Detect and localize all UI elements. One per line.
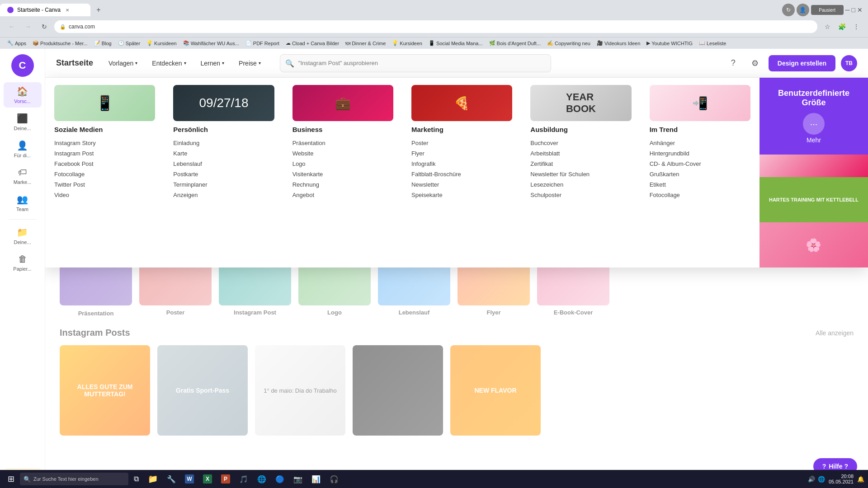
megamenu-poster[interactable]: Poster bbox=[411, 138, 512, 148]
settings-btn[interactable]: ⚙ bbox=[747, 55, 763, 71]
megamenu-faltblatt[interactable]: Faltblatt-Broschüre bbox=[411, 169, 512, 179]
forward-btn[interactable]: → bbox=[22, 20, 34, 33]
taskbar-excel[interactable]: X bbox=[199, 472, 216, 486]
extensions-btn[interactable]: 🧩 bbox=[835, 20, 848, 33]
taskbar-music[interactable]: 🎵 bbox=[236, 472, 252, 486]
bookmark-kursideen2[interactable]: 💡 Kursideen bbox=[390, 39, 424, 47]
megamenu-schulposter[interactable]: Schulposter bbox=[530, 190, 631, 200]
megamenu-karte[interactable]: Karte bbox=[173, 148, 274, 159]
megamenu-buchcover[interactable]: Buchcover bbox=[530, 138, 631, 148]
bookmark-apps[interactable]: 🔧 Apps bbox=[5, 39, 28, 47]
sidebar-item-designs[interactable]: ⬛ Deine... bbox=[4, 109, 42, 135]
bookmark-pdfreport[interactable]: 📄 PDF Report bbox=[244, 39, 281, 47]
taskbar-spotify[interactable]: 🎧 bbox=[326, 472, 342, 486]
megamenu-arbeitsblatt[interactable]: Arbeitsblatt bbox=[530, 148, 631, 159]
design-erstellen-btn[interactable]: Design erstellen bbox=[769, 55, 835, 71]
taskbar-chrome[interactable]: 🔵 bbox=[272, 472, 288, 486]
taskbar-search-box[interactable]: 🔍 Zur Suche Text hier eingeben bbox=[20, 473, 128, 485]
soziale-medien-heading[interactable]: Soziale Medien bbox=[54, 126, 155, 133]
taskbar-word[interactable]: W bbox=[181, 472, 198, 486]
megamenu-anhaenger[interactable]: Anhänger bbox=[650, 138, 750, 148]
megamenu-instagram-story[interactable]: Instagram Story bbox=[54, 138, 155, 148]
bookmark-youtube[interactable]: ▶ Youtube WICHTIG bbox=[645, 39, 694, 47]
megamenu-anzeigen[interactable]: Anzeigen bbox=[173, 190, 274, 200]
sidebar-item-fuer-dich[interactable]: 👤 Für di... bbox=[4, 136, 42, 162]
sidebar-item-projekte[interactable]: 📁 Deine... bbox=[4, 223, 42, 249]
megamenu-einladung[interactable]: Einladung bbox=[173, 138, 274, 148]
ausbildung-heading[interactable]: Ausbildung bbox=[530, 126, 631, 133]
megamenu-newsletter[interactable]: Newsletter bbox=[411, 179, 512, 190]
more-btn-circle[interactable]: ··· bbox=[803, 113, 825, 135]
volume-icon[interactable]: 🔊 bbox=[808, 476, 815, 483]
minimize-btn[interactable]: ─ bbox=[845, 6, 850, 14]
taskbar-app-2[interactable]: 📊 bbox=[308, 472, 324, 486]
megamenu-angebot[interactable]: Angebot bbox=[292, 190, 393, 200]
imtrend-heading[interactable]: Im Trend bbox=[650, 126, 750, 133]
maximize-btn[interactable]: □ bbox=[852, 6, 855, 14]
bookmark-dinner[interactable]: 🍽 Dinner & Crime bbox=[344, 40, 387, 47]
search-input[interactable] bbox=[280, 54, 551, 72]
canva-logo[interactable]: C bbox=[11, 54, 34, 77]
help-btn[interactable]: ? bbox=[725, 55, 741, 71]
megamenu-logo[interactable]: Logo bbox=[292, 159, 393, 169]
megamenu-hintergrundbild[interactable]: Hintergrundbild bbox=[650, 148, 750, 159]
topnav-entdecken-btn[interactable]: Entdecken ▾ bbox=[146, 56, 192, 70]
taskbar-powerpoint[interactable]: P bbox=[217, 472, 234, 486]
taskbar-camera[interactable]: 📷 bbox=[290, 472, 306, 486]
url-bar[interactable]: 🔒 canva.com bbox=[54, 20, 817, 33]
close-btn[interactable]: ✕ bbox=[857, 6, 863, 14]
bookmark-blog[interactable]: 📝 Blog bbox=[92, 39, 113, 47]
tab-close-btn[interactable]: ✕ bbox=[64, 7, 71, 13]
topnav-vorlagen-btn[interactable]: Vorlagen ▾ bbox=[102, 56, 144, 70]
business-heading[interactable]: Business bbox=[292, 126, 393, 133]
sidebar-item-team[interactable]: 👥 Team bbox=[4, 190, 42, 216]
custom-size-btn[interactable]: Benutzerdefinierte Größe ··· Mehr bbox=[760, 78, 868, 155]
notification-icon[interactable]: 🔔 bbox=[857, 476, 864, 483]
network-icon[interactable]: 🌐 bbox=[818, 476, 825, 483]
megamenu-fotocollage[interactable]: Fotocollage bbox=[54, 169, 155, 179]
profile-btn[interactable]: 👤 bbox=[797, 4, 809, 16]
new-tab-btn[interactable]: + bbox=[92, 4, 105, 16]
sidebar-item-papierkorb[interactable]: 🗑 Papier... bbox=[4, 250, 42, 275]
back-btn[interactable]: ← bbox=[5, 20, 18, 33]
right-card-hartes[interactable]: HARTES TRAINING MIT KETTLEBELL bbox=[760, 177, 868, 222]
megamenu-zertifikat[interactable]: Zertifikat bbox=[530, 159, 631, 169]
bookmark-star-btn[interactable]: ☆ bbox=[821, 20, 834, 33]
persoenlich-heading[interactable]: Persönlich bbox=[173, 126, 274, 133]
bookmark-kursideen1[interactable]: 💡 Kursideen bbox=[145, 39, 179, 47]
megamenu-website[interactable]: Website bbox=[292, 148, 393, 159]
megamenu-facebook-post[interactable]: Facebook Post bbox=[54, 159, 155, 169]
bookmark-copywriting[interactable]: ✍ Copywriting neu bbox=[545, 39, 592, 47]
megamenu-instagram-post[interactable]: Instagram Post bbox=[54, 148, 155, 159]
active-tab[interactable]: Startseite - Canva ✕ bbox=[0, 4, 90, 16]
megamenu-cd-album[interactable]: CD- & Album-Cover bbox=[650, 159, 750, 169]
marketing-heading[interactable]: Marketing bbox=[411, 126, 512, 133]
megamenu-rechnung[interactable]: Rechnung bbox=[292, 179, 393, 190]
taskbar-task-view[interactable]: ⧉ bbox=[130, 472, 142, 486]
megamenu-terminplaner[interactable]: Terminplaner bbox=[173, 179, 274, 190]
megamenu-etikett[interactable]: Etikett bbox=[650, 179, 750, 190]
megamenu-visitenkarte[interactable]: Visitenkarte bbox=[292, 169, 393, 179]
taskbar-clock[interactable]: 20:08 05.05.2021 bbox=[829, 474, 854, 484]
avatar-btn[interactable]: TB bbox=[841, 55, 857, 71]
sidebar-item-home[interactable]: 🏠 Vorsc... bbox=[4, 82, 42, 108]
right-card-flyer[interactable]: 🌸 bbox=[760, 222, 868, 267]
megamenu-speisekarte[interactable]: Speisekarte bbox=[411, 190, 512, 200]
megamenu-postkarte[interactable]: Postkarte bbox=[173, 169, 274, 179]
topnav-preise-btn[interactable]: Preise ▾ bbox=[232, 56, 267, 70]
topnav-lernen-btn[interactable]: Lernen ▾ bbox=[194, 56, 231, 70]
megamenu-twitter-post[interactable]: Twitter Post bbox=[54, 179, 155, 190]
megamenu-newsletter-schulen[interactable]: Newsletter für Schulen bbox=[530, 169, 631, 179]
bookmark-social[interactable]: 📱 Social Media Mana... bbox=[427, 39, 485, 47]
taskbar-explorer[interactable]: 📁 bbox=[144, 472, 161, 486]
megamenu-infografik[interactable]: Infografik bbox=[411, 159, 512, 169]
megamenu-fotocollage2[interactable]: Fotocollage bbox=[650, 190, 750, 200]
bookmark-bois[interactable]: 🌿 Bois d'Argent Duft... bbox=[487, 39, 542, 47]
taskbar-app-1[interactable]: 🔧 bbox=[163, 472, 179, 486]
taskbar-edge[interactable]: 🌐 bbox=[254, 472, 270, 486]
extension-btn[interactable]: ↻ bbox=[782, 4, 795, 16]
megamenu-praesentation[interactable]: Präsentation bbox=[292, 138, 393, 148]
megamenu-lebenslauf[interactable]: Lebenslauf bbox=[173, 159, 274, 169]
reload-btn[interactable]: ↻ bbox=[38, 20, 51, 33]
megamenu-grusskarten[interactable]: Grußkarten bbox=[650, 169, 750, 179]
